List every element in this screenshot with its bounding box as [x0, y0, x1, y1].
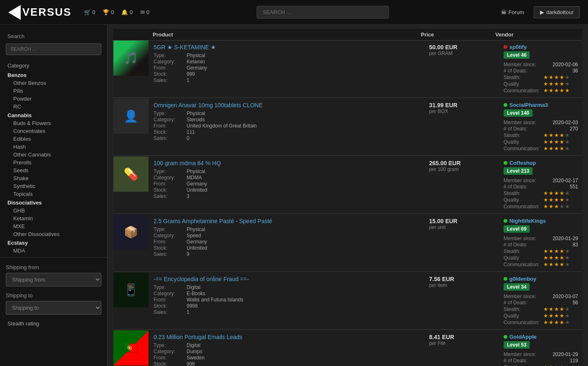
- category-item-edibles[interactable]: Edibles: [0, 135, 107, 143]
- product-info: -== Encyclopedia of online Fraud ==- Typ…: [149, 272, 425, 318]
- star-full: ★: [554, 190, 559, 196]
- table-row: 📦 2.5 Grams Amphetamine Pasté - Speed Pa…: [113, 214, 582, 272]
- star-full: ★: [559, 261, 564, 267]
- category-item-mxe[interactable]: MXE: [0, 222, 107, 230]
- product-title-link[interactable]: -== Encyclopedia of online Fraud ==-: [154, 276, 420, 282]
- category-item-shake[interactable]: Shake: [0, 174, 107, 182]
- vendor-name-link[interactable]: SocialPharma3: [509, 102, 548, 108]
- user-button[interactable]: ▶ darkdottour: [534, 6, 580, 18]
- category-item-powder[interactable]: Powder: [0, 95, 107, 103]
- category-value: MDMA: [187, 175, 420, 181]
- sales-label: Sales:: [154, 135, 187, 141]
- category-item-mda[interactable]: MDA: [0, 247, 107, 255]
- vendor-name-link[interactable]: g0ldenboy: [509, 276, 536, 282]
- category-item-synthetic[interactable]: Synthetic: [0, 182, 107, 190]
- category-item-rc[interactable]: RC: [0, 103, 107, 111]
- reward-icon[interactable]: 🏆 0: [103, 9, 114, 15]
- product-title-link[interactable]: 5GR ★ S-KETAMINE ★: [154, 44, 420, 51]
- vendor-cell: GoldApple Level 53 Member since: 2020-01…: [499, 330, 582, 366]
- star-full: ★: [554, 197, 559, 203]
- shipping-from-label: Shipping from: [6, 264, 101, 270]
- price-amount: 15.00 EUR: [429, 218, 495, 224]
- star-full: ★: [554, 132, 559, 138]
- vendor-cell: Coffeshop Level 213 Member since: 2020-0…: [499, 157, 582, 213]
- from-label: From:: [154, 65, 187, 71]
- category-item-other-dissociatives[interactable]: Other Dissociatives: [0, 230, 107, 238]
- star-full: ★: [543, 139, 548, 145]
- level-badge: Level 140: [504, 109, 533, 117]
- category-label: Category:: [154, 175, 187, 181]
- stealth-rating-row: Stealth: ★★★★★: [504, 132, 578, 138]
- header-nav-icons: 🛒 0 🏆 0 🔔 0 ✉ 0: [84, 9, 149, 15]
- sales-value: 0: [187, 135, 420, 141]
- forum-link[interactable]: 🏛 Forum: [496, 7, 529, 18]
- product-title-link[interactable]: 2.5 Grams Amphetamine Pasté - Speed Past…: [154, 218, 420, 224]
- stealth-rating-row: Stealth: ★★★★★: [504, 190, 578, 196]
- mail-icon[interactable]: ✉ 0: [140, 9, 149, 15]
- comm-rating-row: Communication: ★★★★★: [504, 261, 578, 267]
- category-item-ketamin[interactable]: Ketamin: [0, 214, 107, 222]
- product-price: 31.99 EUR per BOX: [425, 99, 499, 118]
- star-full: ★: [543, 197, 548, 203]
- stock-value: 9998: [187, 303, 420, 309]
- member-since-value: 2020-01-29: [553, 352, 578, 357]
- category-item-other-cannabis[interactable]: Other Cannabis: [0, 151, 107, 159]
- star-full: ★: [543, 306, 548, 312]
- quality-rating-label: Quality: [504, 81, 541, 87]
- vendor-name-link[interactable]: sp0tify: [509, 44, 527, 50]
- vendor-online-indicator: [504, 219, 507, 223]
- num-deals-label: # of Deals:: [504, 358, 527, 364]
- product-title-link[interactable]: 0.23 Million Portugal Emails Leads: [154, 334, 420, 340]
- category-item-other-benzos[interactable]: Other Benzos: [0, 79, 107, 87]
- sidebar-divider: [0, 257, 107, 258]
- category-item-concentrates[interactable]: Concentrates: [0, 127, 107, 135]
- user-label: darkdottour: [546, 9, 574, 15]
- star-empty: ★: [565, 364, 570, 366]
- category-item-hash[interactable]: Hash: [0, 143, 107, 151]
- category-item-topicals[interactable]: Topicals: [0, 190, 107, 198]
- category-group-dissociatives[interactable]: Dissociatives: [0, 198, 107, 207]
- category-group-cannabis[interactable]: Cannabis: [0, 111, 107, 119]
- category-item-pills[interactable]: Pills: [0, 87, 107, 95]
- sidebar-search-input[interactable]: [6, 43, 101, 55]
- sales-label: Sales:: [154, 251, 187, 257]
- shipping-from-section: Shipping from Shipping from: [0, 260, 107, 288]
- category-item-ghb[interactable]: GHB: [0, 207, 107, 214]
- star-empty: ★: [565, 203, 570, 209]
- quality-rating-label: Quality: [504, 197, 541, 203]
- sales-value: 1: [187, 309, 420, 315]
- category-item-buds[interactable]: Buds & Flowers: [0, 119, 107, 127]
- product-title-link[interactable]: 100 gram mdma 84 % HQ: [154, 160, 420, 166]
- category-label: Category:: [154, 117, 187, 123]
- shipping-to-section: Shipping to Shipping to: [0, 288, 107, 316]
- cart-icon[interactable]: 🛒 0: [84, 9, 95, 15]
- vendor-name-link[interactable]: NightlifeKings: [509, 218, 546, 224]
- vendor-name-link[interactable]: GoldApple: [509, 334, 537, 340]
- category-item-seeds[interactable]: Seeds: [0, 166, 107, 174]
- quality-rating-row: Quality ★★★★★: [504, 313, 578, 319]
- stock-value: 111: [187, 129, 420, 135]
- sidebar-search-box: [0, 41, 107, 59]
- shipping-from-select[interactable]: Shipping from: [6, 273, 101, 287]
- type-value: Physical: [187, 53, 420, 58]
- header-search-input[interactable]: [257, 6, 389, 19]
- category-section-title: Category: [0, 59, 107, 70]
- quality-stars: ★★★★★: [543, 313, 570, 319]
- star-full: ★: [549, 74, 554, 80]
- comm-rating-label: Communication:: [504, 88, 541, 94]
- num-deals-label: # of Deals:: [504, 68, 527, 74]
- product-title-link[interactable]: Omnigen Anavar 10mg 100tablets CLONE: [154, 102, 420, 108]
- vendor-name-link[interactable]: Coffeshop: [509, 160, 536, 166]
- star-full: ★: [543, 261, 548, 267]
- category-group-benzos[interactable]: Benzos: [0, 70, 107, 79]
- category-group-ecstasy[interactable]: Ecstasy: [0, 238, 107, 247]
- logo[interactable]: VERSUS: [8, 5, 72, 20]
- star-full: ★: [554, 255, 559, 261]
- notification-icon[interactable]: 🔔 0: [121, 9, 132, 15]
- star-empty: ★: [565, 313, 570, 319]
- member-since-value: 2020-02-03: [553, 120, 578, 125]
- shipping-to-select[interactable]: Shipping to: [6, 301, 101, 315]
- vendor-online-indicator: [504, 45, 507, 49]
- category-item-prerolls[interactable]: Prerolls: [0, 159, 107, 166]
- table-row: 🇵🇹 0.23 Million Portugal Emails Leads Ty…: [113, 330, 582, 366]
